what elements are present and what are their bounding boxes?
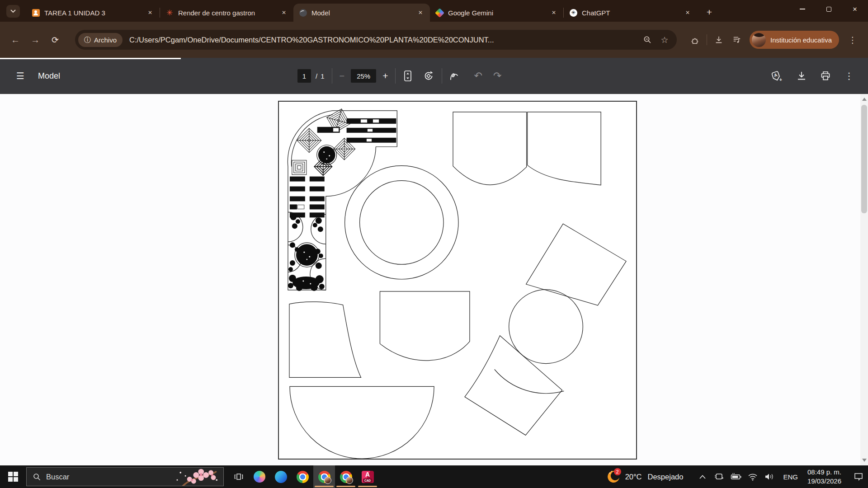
close-tab-icon[interactable]: ✕ xyxy=(683,8,693,18)
pdf-more-button[interactable]: ⋮ xyxy=(844,70,854,81)
tab-google-gemini[interactable]: Google Gemini ✕ xyxy=(430,4,563,22)
triangle-up-icon xyxy=(862,98,867,101)
start-button[interactable] xyxy=(0,465,26,488)
page-number-input[interactable]: 1 xyxy=(297,69,311,83)
zoom-in-button[interactable]: + xyxy=(382,70,388,81)
toolbar-divider xyxy=(395,68,396,84)
url-text[interactable]: C:/Users/PCgam/OneDrive/Documents/CENTRO… xyxy=(129,36,639,44)
taskbar-search-box[interactable]: Buscar xyxy=(26,467,224,486)
scroll-down-button[interactable] xyxy=(860,456,868,464)
taskbar-chrome-profile2-button[interactable] xyxy=(335,465,357,488)
downloads-button[interactable] xyxy=(710,30,728,50)
bookmark-button[interactable]: ☆ xyxy=(656,31,673,48)
language-indicator[interactable]: ENG xyxy=(779,465,802,488)
action-center-button[interactable] xyxy=(849,465,868,488)
chatgpt-icon: ✳ xyxy=(569,9,577,17)
new-tab-button[interactable]: + xyxy=(703,5,716,19)
tab-strip: TAREA 1 UNIDAD 3 ✕ ✳ Render de centro ga… xyxy=(26,0,716,22)
reload-button[interactable]: ⟳ xyxy=(45,30,65,50)
pen-scribble-icon xyxy=(449,71,460,81)
tab-label: Model xyxy=(311,9,413,17)
zoom-level-input[interactable]: 25% xyxy=(351,69,376,83)
pdf-title: Model xyxy=(38,71,60,81)
pdf-download-button[interactable] xyxy=(797,71,807,81)
draw-annotation-button[interactable] xyxy=(449,71,460,81)
tab-model-active[interactable]: Model ✕ xyxy=(293,4,430,22)
redo-button[interactable]: ↷ xyxy=(493,70,501,82)
svg-text:A: A xyxy=(774,72,778,78)
taskbar-chrome-profile1-button[interactable] xyxy=(313,465,335,488)
pergola-diamonds xyxy=(292,109,355,175)
close-window-button[interactable]: ✕ xyxy=(842,0,868,18)
vertical-scrollbar[interactable] xyxy=(860,94,868,465)
court-arc xyxy=(495,370,564,394)
close-tab-icon[interactable]: ✕ xyxy=(415,8,425,18)
close-tab-icon[interactable]: ✕ xyxy=(279,8,289,18)
spark-icon: ✳ xyxy=(165,9,174,17)
chevron-up-icon xyxy=(699,475,706,479)
close-tab-icon[interactable]: ✕ xyxy=(145,8,155,18)
copilot-icon xyxy=(254,471,265,483)
weather-widget[interactable]: 2 20°C Despejado xyxy=(601,465,688,488)
profile-label: Institución educativa xyxy=(770,36,832,44)
running-indicator xyxy=(315,486,334,487)
tab-search-chevron-button[interactable] xyxy=(6,5,20,18)
taskbar-chrome-button[interactable] xyxy=(292,465,313,488)
back-button[interactable]: ← xyxy=(5,30,25,50)
pdf-menu-button[interactable]: ☰ xyxy=(16,70,24,81)
taskbar-autocad-button[interactable]: A CAD xyxy=(357,465,378,488)
scrollbar-thumb[interactable] xyxy=(861,105,867,213)
browser-titlebar: TAREA 1 UNIDAD 3 ✕ ✳ Render de centro ga… xyxy=(0,0,868,22)
printer-icon xyxy=(820,70,831,81)
task-view-icon xyxy=(233,471,244,482)
page-separator: / xyxy=(316,72,317,80)
wifi-status-button[interactable] xyxy=(746,465,760,488)
battery-status-button[interactable] xyxy=(729,465,743,488)
rotated-block xyxy=(526,224,626,305)
search-placeholder: Buscar xyxy=(46,473,69,481)
zoom-out-button[interactable]: − xyxy=(340,71,345,81)
browser-addressbar: ← → ⟳ ⓘ Archivo C:/Users/PCgam/OneDrive/… xyxy=(0,22,868,58)
profile-button[interactable]: Institución educativa xyxy=(750,31,839,49)
forward-button[interactable]: → xyxy=(25,30,45,50)
rotate-button[interactable] xyxy=(423,70,434,82)
svg-text:+: + xyxy=(779,77,782,82)
avatar xyxy=(752,33,766,47)
scroll-up-button[interactable] xyxy=(860,95,868,103)
volume-button[interactable] xyxy=(763,465,776,488)
taskbar-clock[interactable]: 08:49 p. m. 19/03/2026 xyxy=(805,468,846,486)
rotate-counterclockwise-icon xyxy=(423,70,434,82)
close-tab-icon[interactable]: ✕ xyxy=(549,8,559,18)
tab-tarea-1-unidad-3[interactable]: TAREA 1 UNIDAD 3 ✕ xyxy=(26,4,160,22)
media-controls-button[interactable] xyxy=(728,30,746,50)
fit-to-page-button[interactable] xyxy=(403,70,413,82)
browser-menu-button[interactable]: ⋮ xyxy=(844,30,862,50)
tilted-band xyxy=(465,336,562,435)
download-icon xyxy=(714,35,723,44)
undo-button[interactable]: ↶ xyxy=(474,70,482,82)
tab-label: TAREA 1 UNIDAD 3 xyxy=(44,9,142,17)
add-text-annotation-button[interactable]: A + xyxy=(770,70,783,82)
copilot-button[interactable] xyxy=(249,465,270,488)
page-total: 1 xyxy=(321,72,324,80)
tray-overflow-button[interactable] xyxy=(696,465,709,488)
fit-page-icon xyxy=(403,70,413,82)
file-scheme-chip[interactable]: ⓘ Archivo xyxy=(78,33,123,47)
connect-device-button[interactable] xyxy=(712,465,726,488)
task-view-button[interactable] xyxy=(228,465,249,488)
tab-chatgpt[interactable]: ✳ ChatGPT ✕ xyxy=(564,4,697,22)
tab-render-centro-gastronomico[interactable]: ✳ Render de centro gastron ✕ xyxy=(160,4,293,22)
profile-avatar-badge xyxy=(346,477,353,484)
zoom-page-button[interactable] xyxy=(639,31,656,48)
minimize-button[interactable] xyxy=(789,0,816,18)
center-shield-block xyxy=(380,291,469,361)
pavilion-shield-left xyxy=(453,112,527,185)
maximize-button[interactable] xyxy=(816,0,842,18)
notification-badge: 2 xyxy=(614,468,621,475)
taskbar-edge-button[interactable] xyxy=(270,465,292,488)
omnibox[interactable]: ⓘ Archivo C:/Users/PCgam/OneDrive/Docume… xyxy=(75,30,677,50)
half-disc-block xyxy=(290,386,434,459)
pdf-print-button[interactable] xyxy=(820,70,831,81)
extensions-button[interactable] xyxy=(686,30,704,50)
circle-court xyxy=(509,290,583,364)
